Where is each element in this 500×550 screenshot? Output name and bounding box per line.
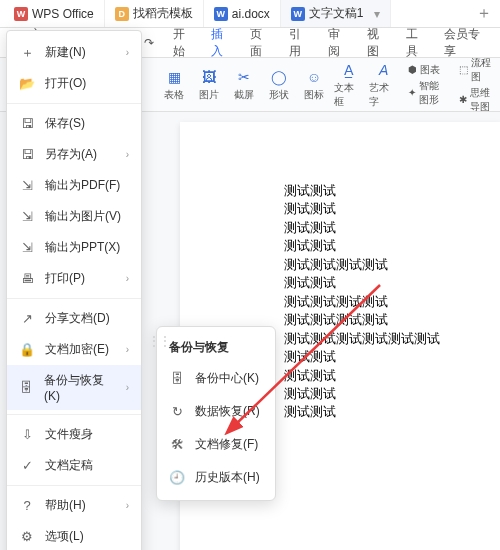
menu-label: 输出为PPT(X): [45, 239, 120, 256]
menu-saveas[interactable]: 🖫另存为(A)›: [7, 139, 141, 170]
table-icon: ▦: [164, 67, 184, 87]
saveas-icon: 🖫: [19, 147, 35, 163]
menu-label: 分享文档(D): [45, 310, 110, 327]
tab-tool[interactable]: 工具: [398, 22, 435, 64]
document-text[interactable]: 测试测试测试测试测试测试测试测试 测试测试测试测试测试测试测试测试测试测试测试测…: [284, 182, 440, 422]
ribbon-tabs: 开始 插入 页面 引用 审阅 视图 工具 会员专享: [165, 22, 494, 64]
menu-save[interactable]: 🖫保存(S): [7, 108, 141, 139]
save-icon: 🖫: [19, 116, 35, 132]
menu-file-slim[interactable]: ⇩文件瘦身: [7, 419, 141, 450]
finalize-icon: ✓: [19, 458, 35, 474]
wordart-icon: A: [374, 60, 394, 80]
tab-page[interactable]: 页面: [242, 22, 279, 64]
menu-label: 另存为(A): [45, 146, 97, 163]
insert-screenshot-button[interactable]: ✂截屏: [230, 67, 259, 102]
tab-menu-icon[interactable]: ▾: [374, 7, 380, 21]
btn-label: 表格: [164, 88, 184, 102]
ppt-icon: ⇲: [19, 240, 35, 256]
file-menu-dropdown: ＋新建(N)› 📂打开(O) 🖫保存(S) 🖫另存为(A)› ⇲输出为PDF(F…: [6, 30, 142, 550]
menu-divider: [7, 298, 141, 299]
menu-export-pdf[interactable]: ⇲输出为PDF(F): [7, 170, 141, 201]
submenu-data-recover[interactable]: ↻数据恢复(R): [157, 395, 275, 428]
picture-icon: 🖼: [199, 67, 219, 87]
shape-icon: ◯: [269, 67, 289, 87]
tab-wps-home[interactable]: W WPS Office: [4, 0, 105, 27]
open-icon: 📂: [19, 76, 35, 92]
tab-ref[interactable]: 引用: [281, 22, 318, 64]
btn-label: 流程图: [471, 58, 500, 84]
pdf-icon: ⇲: [19, 178, 35, 194]
menu-help[interactable]: ?帮助(H)›: [7, 490, 141, 521]
insert-shape-button[interactable]: ◯形状: [265, 67, 294, 102]
tab-label: ai.docx: [232, 7, 270, 21]
tab-start[interactable]: 开始: [165, 22, 202, 64]
menu-label: 文档加密(E): [45, 341, 109, 358]
submenu-title: 备份与恢复: [157, 333, 275, 362]
insert-picture-button[interactable]: 🖼图片: [195, 67, 224, 102]
menu-label: 打开(O): [45, 75, 86, 92]
chevron-right-icon: ›: [126, 149, 129, 160]
slim-icon: ⇩: [19, 427, 35, 443]
btn-label: 文本框: [334, 81, 363, 109]
submenu-gripper-icon: ⋮⋮: [148, 334, 170, 348]
btn-label: 艺术字: [369, 81, 398, 109]
menu-label: 输出为图片(V): [45, 208, 121, 225]
menu-export-ppt[interactable]: ⇲输出为PPT(X): [7, 232, 141, 263]
chevron-right-icon: ›: [126, 382, 129, 393]
menu-label: 备份中心(K): [195, 370, 259, 387]
print-icon: 🖶: [19, 271, 35, 287]
menu-label: 帮助(H): [45, 497, 86, 514]
menu-open[interactable]: 📂打开(O): [7, 68, 141, 99]
btn-label: 形状: [269, 88, 289, 102]
menu-print[interactable]: 🖶打印(P)›: [7, 263, 141, 294]
image-icon: ⇲: [19, 209, 35, 225]
menu-doc-finalize[interactable]: ✓文档定稿: [7, 450, 141, 481]
menu-backup-recover[interactable]: 🗄备份与恢复(K)›: [7, 365, 141, 410]
insert-wordart-button[interactable]: A艺术字: [369, 60, 398, 109]
menu-label: 文档修复(F): [195, 436, 258, 453]
menu-label: 文件瘦身: [45, 426, 93, 443]
btn-label: 截屏: [234, 88, 254, 102]
backup-submenu: 备份与恢复 🗄备份中心(K) ↻数据恢复(R) 🛠文档修复(F) 🕘历史版本(H…: [156, 326, 276, 501]
help-icon: ?: [19, 498, 35, 514]
menu-new[interactable]: ＋新建(N)›: [7, 37, 141, 68]
insert-mindmap-button[interactable]: ✱思维导图: [459, 86, 500, 113]
menu-encrypt[interactable]: 🔒文档加密(E)›: [7, 334, 141, 365]
word-doc-icon: W: [214, 7, 228, 21]
chevron-right-icon: ›: [126, 273, 129, 284]
lock-icon: 🔒: [19, 342, 35, 358]
submenu-history[interactable]: 🕘历史版本(H): [157, 461, 275, 494]
tab-insert[interactable]: 插入: [203, 22, 240, 64]
tab-view[interactable]: 视图: [359, 22, 396, 64]
chevron-right-icon: ›: [126, 47, 129, 58]
new-icon: ＋: [19, 45, 35, 61]
history-icon: 🕘: [169, 470, 185, 486]
insert-smartart-button[interactable]: ✦智能图形: [408, 79, 449, 107]
submenu-backup-center[interactable]: 🗄备份中心(K): [157, 362, 275, 395]
repair-icon: 🛠: [169, 437, 185, 453]
menu-label: 新建(N): [45, 44, 86, 61]
wps-logo-icon: W: [14, 7, 28, 21]
menu-share[interactable]: ↗分享文档(D): [7, 303, 141, 334]
insert-table-button[interactable]: ▦表格: [160, 67, 189, 102]
insert-flowchart-button[interactable]: ⬚流程图: [459, 58, 500, 84]
btn-label: 图片: [199, 88, 219, 102]
menu-divider: [7, 103, 141, 104]
tab-label: WPS Office: [32, 7, 94, 21]
menu-label: 历史版本(H): [195, 469, 260, 486]
menu-export-image[interactable]: ⇲输出为图片(V): [7, 201, 141, 232]
submenu-doc-repair[interactable]: 🛠文档修复(F): [157, 428, 275, 461]
btn-label: 图表: [420, 63, 440, 77]
insert-chart-button[interactable]: ⬢图表: [408, 63, 449, 77]
menu-label: 选项(L): [45, 528, 84, 545]
tab-review[interactable]: 审阅: [320, 22, 357, 64]
btn-label: 智能图形: [419, 79, 449, 107]
screenshot-icon: ✂: [234, 67, 254, 87]
insert-icon-button[interactable]: ☺图标: [300, 67, 329, 102]
insert-textbox-button[interactable]: A̲文本框: [334, 60, 363, 109]
menu-options[interactable]: ⚙选项(L): [7, 521, 141, 550]
redo-icon[interactable]: ↷: [140, 33, 158, 53]
ribbon-side-group: ⬢图表 ✦智能图形: [408, 63, 449, 107]
btn-label: 思维导图: [470, 86, 500, 113]
icons-icon: ☺: [304, 67, 324, 87]
